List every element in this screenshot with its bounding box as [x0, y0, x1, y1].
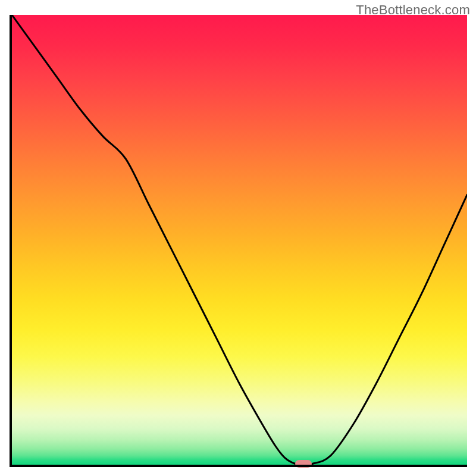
bottleneck-chart: TheBottleneck.com [0, 0, 476, 476]
axes-frame [10, 15, 467, 467]
